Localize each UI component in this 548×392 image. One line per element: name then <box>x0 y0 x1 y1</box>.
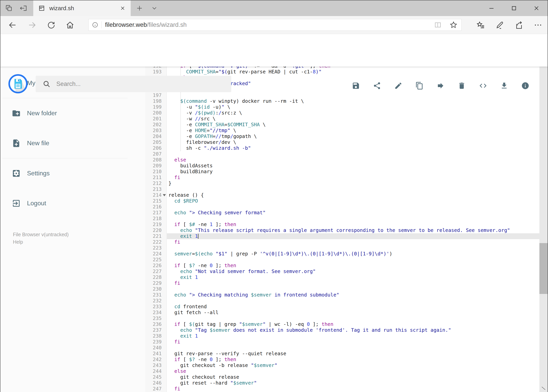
code-line-200[interactable]: -v /$(pwd):/src:z \ <box>167 110 540 116</box>
line-number: 205 <box>145 139 162 145</box>
home-button[interactable] <box>65 20 76 30</box>
download-button[interactable] <box>498 80 510 91</box>
code-line-204[interactable]: -e GOPATH=//tmp/gopath \ <box>167 133 540 139</box>
tab-list-button[interactable] <box>147 0 161 16</box>
filebrowser-logo[interactable] <box>8 74 28 94</box>
code-line-199[interactable]: -u "$(id -u)" \ <box>167 104 540 110</box>
scrollbar-thumb[interactable] <box>539 243 548 294</box>
maximize-button[interactable] <box>503 0 525 16</box>
code-line-198[interactable]: $(command -v winpty) docker run --rm -it… <box>167 98 540 104</box>
page-scrollbar[interactable] <box>539 34 548 392</box>
close-window-button[interactable] <box>525 0 548 16</box>
site-info-icon[interactable] <box>89 21 102 28</box>
code-line-208[interactable]: else <box>167 157 540 163</box>
minimize-button[interactable] <box>480 0 503 16</box>
code-line-206[interactable]: sh -c "./wizard.sh -b" <box>167 145 540 151</box>
code-line-203[interactable]: -e HOME="//tmp" \ <box>167 128 540 133</box>
code-line-221[interactable]: exit 1 <box>167 233 540 239</box>
code-line-222[interactable]: fi <box>167 239 540 245</box>
sidebar-item-new-folder[interactable]: New folder <box>0 98 145 128</box>
info-button[interactable] <box>520 80 531 91</box>
search-input[interactable] <box>56 80 231 88</box>
share-button[interactable] <box>371 80 383 91</box>
reading-view-button[interactable] <box>430 19 446 30</box>
new-tab-button[interactable] <box>133 0 146 16</box>
code-line-205[interactable]: filebrowser/dev \ <box>167 139 540 145</box>
code-line-192[interactable]: if [ "$(command -v git)" != "" && -d ".g… <box>167 67 540 69</box>
code-line-247[interactable]: fi <box>167 386 540 392</box>
code-line-209[interactable]: buildAssets <box>167 163 540 169</box>
code-line-201[interactable]: -w //src \ <box>167 116 540 122</box>
code-line-234[interactable]: git fetch --all <box>167 310 540 315</box>
code-line-246[interactable]: git reset --hard "$semver" <box>167 380 540 386</box>
code-line-215[interactable]: cd $REPO <box>167 198 540 204</box>
code-line-244[interactable]: else <box>167 368 540 374</box>
code-line-235[interactable] <box>167 315 540 321</box>
code-line-216[interactable] <box>167 204 540 210</box>
code-line-217[interactable]: echo "> Checking semver format" <box>167 210 540 216</box>
code-line-233[interactable]: cd frontend <box>167 304 540 310</box>
code-line-220[interactable]: echo "This release script requires a sin… <box>167 227 540 233</box>
code-token <box>168 268 180 274</box>
annotate-pen-button[interactable] <box>494 20 506 30</box>
save-button[interactable] <box>350 80 362 91</box>
code-button[interactable] <box>477 80 489 91</box>
add-favorite-star-button[interactable] <box>446 19 461 30</box>
tab-close-button[interactable] <box>120 5 126 11</box>
code-line-212[interactable]: } <box>167 181 540 186</box>
code-line-214[interactable]: release () { <box>167 192 540 198</box>
sidebar-item-settings[interactable]: Settings <box>0 158 145 188</box>
code-token <box>168 233 180 239</box>
code-line-230[interactable] <box>167 286 540 292</box>
forward-button[interactable] <box>27 20 38 30</box>
address-bar[interactable]: filebrowser.web/files/wizard.sh <box>88 19 462 31</box>
code-line-193[interactable]: COMMIT_SHA="$(git rev-parse HEAD | cut -… <box>167 69 540 75</box>
help-link[interactable]: Help <box>13 238 145 246</box>
code-line-219[interactable]: if [ $# -ne 1 ]; then <box>167 222 540 227</box>
code-line-237[interactable]: echo "Tag $semver does not exist in subm… <box>167 327 540 333</box>
code-line-232[interactable] <box>167 298 540 304</box>
code-line-224[interactable]: semver=$(echo "$1" | grep -P '^v(0|[1-9]… <box>167 251 540 257</box>
search-box[interactable] <box>36 76 231 92</box>
code-editor[interactable]: 1921931941951961971981992002012022032042… <box>145 67 540 392</box>
delete-button[interactable] <box>456 80 468 91</box>
code-line-207[interactable] <box>167 151 540 157</box>
sidebar-item-logout[interactable]: Logout <box>0 188 145 218</box>
more-options-button[interactable] <box>532 20 544 30</box>
edit-button[interactable] <box>392 80 404 91</box>
share-page-button[interactable] <box>513 20 525 30</box>
code-line-213[interactable] <box>167 186 540 192</box>
code-line-236[interactable]: if [ $(git tag | grep "$semver" | wc -l)… <box>167 321 540 327</box>
browser-tab[interactable]: wizard.sh <box>33 0 131 16</box>
set-tabs-aside-button[interactable] <box>16 0 30 16</box>
code-line-228[interactable]: exit 1 <box>167 274 540 280</box>
code-line-231[interactable]: echo "> Checking matching $semver in fro… <box>167 292 540 298</box>
code-line-243[interactable]: git checkout -b release "$semver" <box>167 363 540 368</box>
code-line-241[interactable]: git rev-parse --verify --quiet release <box>167 351 540 357</box>
code-line-240[interactable] <box>167 345 540 351</box>
copy-button[interactable] <box>414 80 425 91</box>
editor-code-area[interactable]: if [ "$(command -v git)" != "" && -d ".g… <box>167 67 540 392</box>
code-line-197[interactable] <box>167 92 540 98</box>
back-button[interactable] <box>7 20 18 30</box>
code-line-202[interactable]: -e COMMIT_SHA=$COMMIT_SHA \ <box>167 122 540 128</box>
code-line-238[interactable]: exit 1 <box>167 333 540 339</box>
scroll-down-button[interactable] <box>539 385 548 392</box>
code-line-225[interactable] <box>167 257 540 263</box>
code-line-239[interactable]: fi <box>167 339 540 345</box>
code-line-242[interactable]: if [ $? -ne 0 ]; then <box>167 357 540 363</box>
refresh-button[interactable] <box>46 20 57 30</box>
code-line-223[interactable] <box>167 245 540 251</box>
code-line-211[interactable]: fi <box>167 175 540 181</box>
code-line-227[interactable]: echo "Not valid semver format. See semve… <box>167 268 540 274</box>
code-line-245[interactable]: git checkout release <box>167 374 540 380</box>
code-line-229[interactable]: fi <box>167 280 540 286</box>
move-button[interactable] <box>435 80 446 91</box>
code-line-218[interactable] <box>167 216 540 222</box>
code-line-210[interactable]: buildBinary <box>167 169 540 175</box>
hub-favorites-button[interactable] <box>475 20 486 30</box>
code-line-226[interactable]: if [ $? -ne 0 ]; then <box>167 263 540 268</box>
tab-preview-button[interactable] <box>2 0 16 16</box>
fold-marker[interactable] <box>163 194 166 196</box>
sidebar-item-new-file[interactable]: New file <box>0 128 145 158</box>
